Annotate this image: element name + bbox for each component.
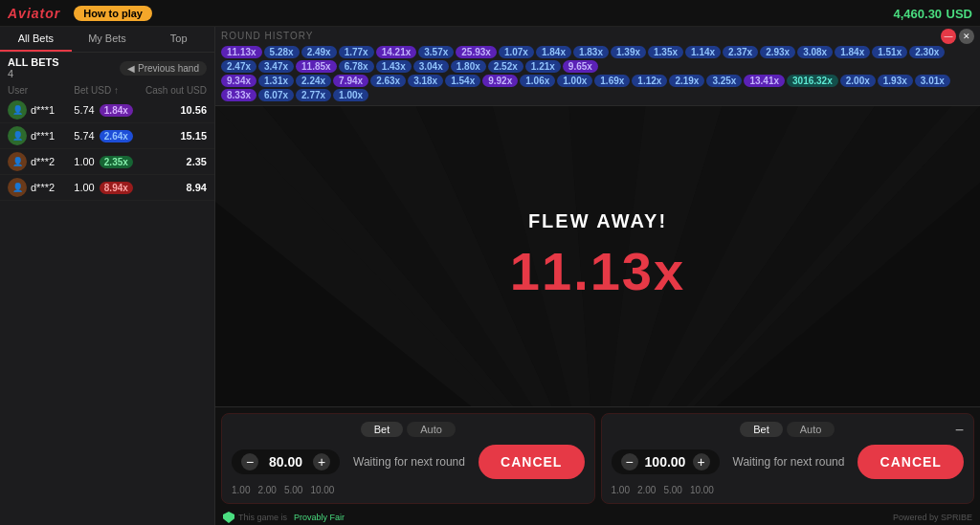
rh-badge[interactable]: 2.52x [488,60,523,73]
rh-badge[interactable]: 2.47x [221,60,256,73]
balance-display: 4,460.30 USD [893,5,972,22]
rh-badge[interactable]: 1.00x [333,89,368,101]
rh-badge[interactable]: 1.54x [445,75,480,87]
bet-panel-1-tab-auto[interactable]: Auto [407,422,456,437]
bet-panel-2-tab-bet[interactable]: Bet [740,422,783,437]
rh-badge[interactable]: 9.34x [221,75,256,87]
rh-badge[interactable]: 3.01x [915,75,950,87]
amount-decrease-1[interactable]: − [241,453,258,470]
rh-badge[interactable]: 1.07x [499,46,534,58]
rh-badge[interactable]: 1.51x [872,46,907,58]
quick-2-4[interactable]: 10.00 [690,485,714,495]
quick-1-1[interactable]: 1.00 [232,485,250,495]
rh-badge[interactable]: 1.14x [685,46,721,58]
rh-badge[interactable]: 3.08x [797,46,833,58]
username: d***2 [31,182,55,193]
game-canvas: FLEW AWAY! 11.13x [215,106,980,406]
rh-badge[interactable]: 14.21x [376,46,417,58]
tab-all-bets[interactable]: All Bets [0,27,72,52]
panel-2-collapse[interactable]: − [955,422,964,439]
rh-badge[interactable]: 8.33x [221,89,256,101]
rh-badge[interactable]: 25.93x [456,46,497,58]
prev-hand-icon: ◀ [127,63,135,74]
cancel-button-2[interactable]: CANCEL [858,445,964,479]
rh-badge[interactable]: 1.83x [573,46,609,58]
rh-badge[interactable]: 1.12x [632,75,667,87]
quick-2-2[interactable]: 2.00 [637,485,656,495]
rh-badge[interactable]: 6.78x [339,60,374,73]
prev-hand-button[interactable]: ◀ Previous hand [120,61,207,76]
bet-panel-1-tabs: Bet Auto [232,422,585,437]
rh-badge[interactable]: 3.47x [258,60,294,73]
provably-fair-label: Provably Fair [294,513,345,522]
rh-badge[interactable]: 2.30x [909,46,945,58]
amount-increase-1[interactable]: + [313,453,330,470]
rh-badge[interactable]: 11.85x [296,60,337,73]
all-bets-label: ALL BETS [8,56,59,68]
rh-badge[interactable]: 2.49x [301,46,337,58]
amount-decrease-2[interactable]: − [621,453,638,470]
user-cell: 👤 d***1 [8,100,74,120]
rh-badge[interactable]: 1.77x [339,46,374,58]
quick-2-1[interactable]: 1.00 [612,485,630,495]
cancel-button-1[interactable]: CANCEL [479,445,585,479]
rh-badge[interactable]: 13.41x [744,75,785,87]
user-cell: 👤 d***2 [8,178,74,197]
rh-badge[interactable]: 7.94x [333,75,368,87]
rh-badge[interactable]: 3.18x [408,75,443,87]
balance-amount: 4,460.30 [893,7,942,21]
quick-1-2[interactable]: 2.00 [257,485,276,495]
rh-badge[interactable]: 2.77x [296,89,331,101]
rh-badge[interactable]: 1.69x [594,75,630,87]
rh-badge[interactable]: 3.25x [706,75,742,87]
rh-badge[interactable]: 1.00x [557,75,592,87]
rh-controls: — ✕ [941,29,974,44]
bet-panel-2-tab-auto[interactable]: Auto [787,422,835,437]
rh-badge[interactable]: 1.43x [376,60,412,73]
rh-badge[interactable]: 6.07x [258,89,294,101]
rh-close-button[interactable]: ✕ [959,29,974,44]
how-to-play-button[interactable]: How to play [74,6,152,21]
provably-fair: This game is Provably Fair [223,512,345,523]
rh-badge[interactable]: 2.24x [296,75,331,87]
rh-badge[interactable]: 1.21x [525,60,561,73]
rh-badge[interactable]: 1.06x [520,75,555,87]
rh-badge[interactable]: 2.63x [370,75,406,87]
quick-2-3[interactable]: 5.00 [663,485,681,495]
quick-amounts-2: 1.00 2.00 5.00 10.00 [612,485,965,495]
bet-panel-1-tab-bet[interactable]: Bet [361,422,404,437]
rh-badge[interactable]: 5.28x [264,46,300,58]
rh-badge[interactable]: 3016.32x [787,75,838,87]
rh-minimize-button[interactable]: — [941,29,956,44]
rh-badge[interactable]: 2.19x [669,75,704,87]
bottom-panels: Bet Auto − 80.00 + Waiting for next roun… [215,406,980,510]
rh-badge[interactable]: 3.57x [418,46,454,58]
rh-badge[interactable]: 9.65x [563,60,598,73]
col-user: User [8,85,74,96]
quick-1-3[interactable]: 5.00 [284,485,302,495]
rh-badge[interactable]: 11.13x [221,46,262,58]
rh-badge[interactable]: 1.84x [536,46,571,58]
rh-badge[interactable]: 1.93x [878,75,913,87]
waiting-text-2: Waiting for next round [733,455,845,469]
quick-1-4[interactable]: 10.00 [310,485,334,495]
rh-badge[interactable]: 1.84x [835,46,870,58]
amount-increase-2[interactable]: + [693,453,710,470]
multiplier-badge: 1.84x [100,104,133,117]
rh-badge[interactable]: 9.92x [482,75,518,87]
rh-badge[interactable]: 1.80x [451,60,486,73]
tab-top[interactable]: Top [143,27,214,52]
prev-hand-label: Previous hand [138,63,199,74]
avatar: 👤 [8,126,27,145]
round-history-bar: ROUND HISTORY — ✕ 11.13x5.28x2.49x1.77x1… [215,27,980,106]
rh-badge[interactable]: 2.00x [840,75,876,87]
round-history-title: ROUND HISTORY [221,31,314,41]
rh-badge[interactable]: 1.31x [258,75,294,87]
rh-badge[interactable]: 2.93x [760,46,795,58]
rh-badge[interactable]: 1.35x [648,46,683,58]
rh-badge[interactable]: 2.37x [723,46,758,58]
rh-badge[interactable]: 3.04x [413,60,449,73]
amount-value-1: 80.00 [264,454,307,470]
rh-badge[interactable]: 1.39x [611,46,646,58]
tab-my-bets[interactable]: My Bets [72,27,144,52]
